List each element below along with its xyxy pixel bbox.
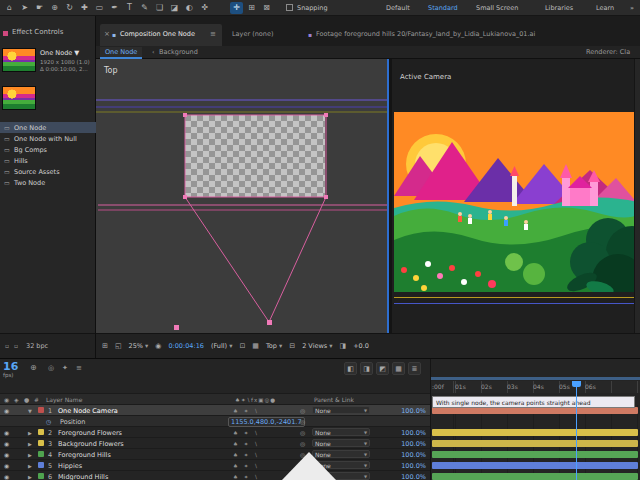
orbit-camera-tool[interactable]: ↻ <box>63 2 76 14</box>
workspace-standard[interactable]: Standard <box>428 4 458 12</box>
project-preview-name[interactable]: One Node ▼ <box>40 49 79 57</box>
twirl-caret-icon[interactable]: ▶ <box>28 463 32 469</box>
layer-color-chip[interactable] <box>38 440 44 446</box>
layer-color-chip[interactable] <box>38 462 44 468</box>
layer-switches[interactable]: ♠ ✦ ∖ <box>233 463 260 469</box>
project-item-bg-comps[interactable]: ▭ Bg Comps <box>0 144 96 155</box>
project-item-one-node[interactable]: ▭ One Node <box>0 122 96 133</box>
eye-icon[interactable]: ◉ <box>4 473 9 480</box>
view-layout-icon[interactable]: ⊟ <box>289 342 295 350</box>
workspace-default[interactable]: Default <box>386 4 410 12</box>
twirl-caret-icon[interactable]: ▶ <box>28 452 32 458</box>
effect-controls-tab[interactable]: Effect Controls <box>12 28 63 36</box>
frustum-handle[interactable] <box>324 113 328 117</box>
stretch-value[interactable]: 100.0% <box>401 473 426 480</box>
current-time-indicator[interactable] <box>576 381 577 480</box>
composition-mini-flowchart-icon[interactable]: ◎ <box>48 364 54 372</box>
tab-footage[interactable]: Footage foreground hills 20/Fantasy_land… <box>316 30 636 38</box>
time-ruler[interactable]: :00f 01s 02s 03s 04s 05s 06s <box>430 381 640 393</box>
position-value[interactable]: 1155.0,480.0,-2401.7 <box>228 417 305 427</box>
eye-icon[interactable]: ◉ <box>4 429 9 436</box>
parent-link-column-header[interactable]: Parent & Link <box>314 396 354 403</box>
magnification-menu[interactable]: 25% ▾ <box>129 342 149 350</box>
layer-switches[interactable]: ♠ ✦ ∖ <box>233 441 260 447</box>
layer-duration-bar[interactable] <box>432 407 638 414</box>
twirl-caret-icon[interactable]: ▼ <box>28 408 32 414</box>
audio-column-icon[interactable]: ◈ <box>14 396 19 403</box>
project-item-one-node-with-null[interactable]: ▭ One Node with Null <box>0 133 96 144</box>
timeline-menu-icon[interactable]: ≡ <box>76 364 82 372</box>
layer-switches[interactable]: ♠ ✦ ∖ <box>233 430 260 436</box>
stretch-value[interactable]: 100.0% <box>401 451 426 459</box>
twirl-caret-icon[interactable]: ▶ <box>28 474 32 480</box>
renderer-label[interactable]: Renderer: Cla <box>586 48 640 56</box>
parent-pickwhip-icon[interactable]: ◎ <box>300 440 305 447</box>
timeline-split-divider[interactable] <box>430 359 431 480</box>
property-row-position[interactable]: ◷ Position 1155.0,480.0,-2401.7 ◎ <box>0 416 430 427</box>
layer-switches[interactable]: ♠ ✦ ∖ <box>233 474 260 480</box>
layer-switches[interactable]: ♠ ✦ ∖ <box>233 408 260 414</box>
layer-duration-bar[interactable] <box>432 462 638 469</box>
close-icon[interactable]: × <box>104 30 110 38</box>
parent-dropdown[interactable]: None ▼ <box>312 439 370 447</box>
region-of-interest-icon[interactable]: ⊡ <box>239 342 245 350</box>
view-count-menu[interactable]: 2 Views ▾ <box>302 342 332 350</box>
hand-tool[interactable]: ☛ <box>33 2 46 14</box>
eye-icon[interactable]: ◉ <box>4 462 9 469</box>
selection-tool[interactable]: ➤ <box>18 2 31 14</box>
parent-pickwhip-icon[interactable]: ◎ <box>300 407 305 414</box>
eye-icon[interactable]: ◉ <box>4 440 9 447</box>
workspace-libraries[interactable]: Libraries <box>545 4 573 12</box>
tab-composition[interactable]: × ▪ Composition One Node ≡ <box>100 24 222 46</box>
bit-depth-icon[interactable]: ▫ <box>5 342 9 349</box>
eye-icon[interactable]: ◉ <box>4 407 9 414</box>
grid-guides-icon[interactable]: ⊞ <box>102 342 108 350</box>
twirl-caret-icon[interactable]: ▶ <box>28 441 32 447</box>
brush-tool[interactable]: ✎ <box>138 2 151 14</box>
layer-duration-bar[interactable] <box>432 440 638 447</box>
layer-row-midground-hills[interactable]: ◉ ▶ 6 Midground Hills ♠ ✦ ∖ ◎ None ▼ 100… <box>0 471 430 480</box>
layer-duration-bar[interactable] <box>432 473 638 480</box>
panel-menu-icon[interactable]: ≡ <box>210 30 216 38</box>
eraser-tool[interactable]: ◪ <box>168 2 181 14</box>
shape-tool[interactable]: ▭ <box>93 2 106 14</box>
layer-row-foreground-hills[interactable]: ◉ ▶ 4 Foreground Hills ♠ ✦ ∖ ◎ None ▼ 10… <box>0 449 430 460</box>
layer-color-chip[interactable] <box>38 429 44 435</box>
search-icon[interactable]: ⊕ <box>30 363 37 372</box>
graph-editor-toggle[interactable]: ▦ <box>392 362 405 375</box>
3d-view-menu[interactable]: Top ▾ <box>266 342 282 350</box>
interpret-footage-icon[interactable]: ▫ <box>14 342 18 349</box>
camera-handle[interactable] <box>174 325 179 330</box>
twirl-caret-icon[interactable]: ▶ <box>28 430 32 436</box>
project-item-hills[interactable]: ▭ Hills <box>0 155 96 166</box>
stretch-value[interactable]: 100.0% <box>401 407 426 415</box>
project-item-two-node[interactable]: ▭ Two Node <box>0 177 96 188</box>
parent-dropdown[interactable]: None ▼ <box>312 406 370 414</box>
expand-columns-toggle[interactable]: ≣ <box>408 362 421 375</box>
pen-tool[interactable]: ✒ <box>108 2 121 14</box>
workspace-small-screen[interactable]: Small Screen <box>476 4 518 12</box>
layer-name-column-header[interactable]: Layer Name <box>46 396 82 403</box>
layer-color-chip[interactable] <box>38 473 44 479</box>
roto-brush-tool[interactable]: ◐ <box>183 2 196 14</box>
footage-thumbnail[interactable] <box>2 86 36 110</box>
layer-color-chip[interactable] <box>38 407 44 413</box>
exposure-control[interactable]: +0.0 <box>353 342 369 350</box>
stopwatch-icon[interactable]: ◷ <box>46 418 51 425</box>
zoom-tool[interactable]: ⊕ <box>48 2 61 14</box>
pan-behind-tool[interactable]: ✚ <box>78 2 91 14</box>
layer-duration-bar[interactable] <box>432 451 638 458</box>
tab-layer[interactable]: Layer (none) <box>232 30 273 38</box>
resolution-menu[interactable]: (Full) ▾ <box>211 342 233 350</box>
camera-point-handle[interactable] <box>267 320 272 325</box>
layer-color-chip[interactable] <box>38 451 44 457</box>
bit-depth-label[interactable]: 32 bpc <box>26 342 48 350</box>
parent-dropdown[interactable]: None ▼ <box>312 428 370 436</box>
snapping-checkbox[interactable] <box>286 4 293 11</box>
layer-row-background-flowers[interactable]: ◉ ▶ 3 Background Flowers ♠ ✦ ∖ ◎ None ▼ … <box>0 438 430 449</box>
local-axis-mode-button[interactable]: ✛ <box>230 2 243 14</box>
pixel-aspect-icon[interactable]: ◨ <box>340 342 347 350</box>
work-area-bar[interactable] <box>430 377 640 380</box>
layer-row-hippies[interactable]: ◉ ▶ 5 Hippies ♠ ✦ ∖ ◎ None ▼ 100.0% <box>0 460 430 471</box>
frame-blend-toggle[interactable]: ◨ <box>360 362 373 375</box>
